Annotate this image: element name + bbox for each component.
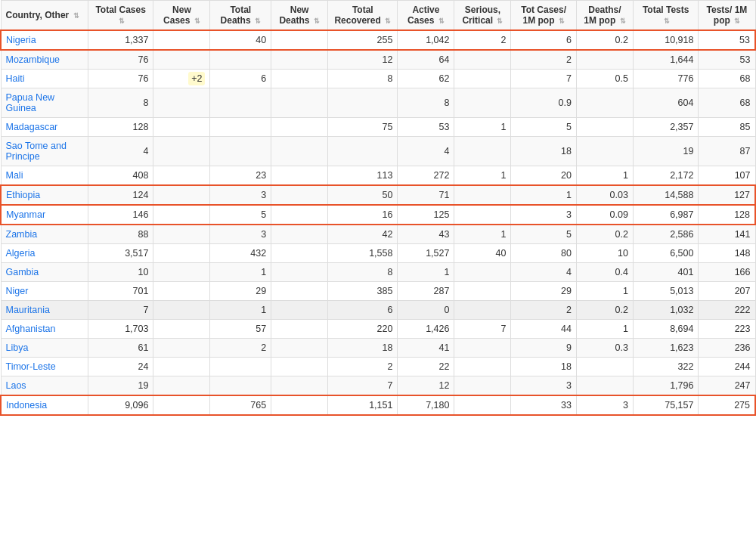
country-cell[interactable]: Niger (1, 282, 88, 301)
col-header-new-cases[interactable]: New Cases ⇅ (153, 1, 210, 31)
tot-1m-cell: 3 (511, 205, 577, 225)
total-recovered-cell: 18 (328, 339, 398, 358)
new-cases-cell (153, 50, 210, 70)
col-header-total-deaths[interactable]: Total Deaths ⇅ (210, 1, 271, 31)
total-tests-cell: 401 (633, 263, 699, 282)
total-cases-cell: 76 (88, 70, 153, 88)
country-cell[interactable]: Mauritania (1, 301, 88, 320)
new-deaths-cell (271, 376, 328, 396)
col-header-active-cases[interactable]: Active Cases ⇅ (398, 1, 454, 31)
table-row: Zambia8834243150.22,586141 (1, 225, 755, 244)
total-cases-cell: 3,517 (88, 244, 153, 263)
total-cases-cell: 19 (88, 376, 153, 396)
new-deaths-cell (271, 339, 328, 358)
tests-1m-cell: 53 (699, 30, 755, 50)
new-deaths-cell (271, 358, 328, 376)
sort-icon-serious: ⇅ (497, 17, 503, 25)
country-link[interactable]: Zambia (6, 229, 38, 240)
country-link[interactable]: Madagascar (6, 122, 58, 132)
total-tests-cell: 5,013 (633, 282, 699, 301)
country-link[interactable]: Gambia (6, 267, 39, 277)
country-cell[interactable]: Laos (1, 376, 88, 396)
tests-1m-cell: 244 (699, 358, 755, 376)
new-cases-cell (153, 301, 210, 320)
country-cell[interactable]: Indonesia (1, 395, 88, 415)
country-cell[interactable]: Libya (1, 339, 88, 358)
total-recovered-cell (328, 137, 398, 166)
tests-1m-cell: 128 (699, 205, 755, 225)
country-link[interactable]: Papua New Guinea (6, 92, 55, 113)
country-link[interactable]: Haiti (6, 73, 25, 84)
col-header-tot-1m[interactable]: Tot Cases/ 1M pop ⇅ (511, 1, 577, 31)
col-header-country[interactable]: Country, Other ⇅ (1, 1, 88, 31)
country-cell[interactable]: Madagascar (1, 118, 88, 137)
country-link[interactable]: Sao Tome and Principe (6, 141, 67, 162)
country-link[interactable]: Nigeria (6, 35, 36, 45)
sort-icon-new-cases: ⇅ (194, 17, 200, 25)
deaths-1m-cell (576, 88, 633, 118)
serious-cell: 40 (454, 244, 511, 263)
table-row: Timor-Leste2422218322244 (1, 358, 755, 376)
tot-1m-cell: 18 (511, 358, 577, 376)
table-row: Mali4082311327212012,172107 (1, 166, 755, 186)
tot-1m-cell: 0.9 (511, 88, 577, 118)
country-link[interactable]: Mali (6, 170, 23, 181)
country-cell[interactable]: Ethiopia (1, 185, 88, 205)
new-cases-cell (153, 205, 210, 225)
country-link[interactable]: Mozambique (6, 54, 60, 65)
country-link[interactable]: Indonesia (6, 400, 47, 411)
country-link[interactable]: Ethiopia (6, 190, 40, 200)
new-deaths-cell (271, 70, 328, 88)
country-cell[interactable]: Papua New Guinea (1, 88, 88, 118)
table-row: Sao Tome and Principe44181987 (1, 137, 755, 166)
country-link[interactable]: Myanmar (6, 209, 45, 220)
table-row: Mauritania716020.21,032222 (1, 301, 755, 320)
country-cell[interactable]: Myanmar (1, 205, 88, 225)
tot-1m-cell: 2 (511, 50, 577, 70)
col-header-total-recovered[interactable]: Total Recovered ⇅ (328, 1, 398, 31)
country-link[interactable]: Afghanistan (6, 324, 56, 334)
serious-cell (454, 88, 511, 118)
total-tests-cell: 604 (633, 88, 699, 118)
total-deaths-cell (210, 376, 271, 396)
col-header-total-cases[interactable]: Total Cases ⇅ (88, 1, 153, 31)
active-cases-cell: 287 (398, 282, 454, 301)
country-cell[interactable]: Mali (1, 166, 88, 186)
sort-icon-country: ⇅ (73, 12, 79, 20)
country-cell[interactable]: Gambia (1, 263, 88, 282)
active-cases-cell: 71 (398, 185, 454, 205)
total-cases-cell: 7 (88, 301, 153, 320)
country-link[interactable]: Laos (6, 380, 26, 391)
new-cases-badge: +2 (188, 72, 205, 85)
country-cell[interactable]: Algeria (1, 244, 88, 263)
tot-1m-cell: 5 (511, 225, 577, 244)
tot-1m-cell: 80 (511, 244, 577, 263)
country-cell[interactable]: Afghanistan (1, 320, 88, 339)
col-header-serious[interactable]: Serious, Critical ⇅ (454, 1, 511, 31)
country-cell[interactable]: Sao Tome and Principe (1, 137, 88, 166)
country-cell[interactable]: Haiti (1, 70, 88, 88)
deaths-1m-cell: 0.09 (576, 205, 633, 225)
total-tests-cell: 6,987 (633, 205, 699, 225)
col-header-total-tests[interactable]: Total Tests ⇅ (633, 1, 699, 31)
total-tests-cell: 2,357 (633, 118, 699, 137)
col-header-tests-1m[interactable]: Tests/ 1M pop ⇅ (699, 1, 755, 31)
country-cell[interactable]: Timor-Leste (1, 358, 88, 376)
table-row: Myanmar14651612530.096,987128 (1, 205, 755, 225)
tot-1m-cell: 2 (511, 301, 577, 320)
serious-cell: 7 (454, 320, 511, 339)
total-cases-cell: 128 (88, 118, 153, 137)
total-recovered-cell: 7 (328, 376, 398, 396)
country-cell[interactable]: Nigeria (1, 30, 88, 50)
country-cell[interactable]: Mozambique (1, 50, 88, 70)
col-header-new-deaths[interactable]: New Deaths ⇅ (271, 1, 328, 31)
country-link[interactable]: Niger (6, 286, 29, 296)
serious-cell (454, 376, 511, 396)
col-header-deaths-1m[interactable]: Deaths/ 1M pop ⇅ (576, 1, 633, 31)
country-cell[interactable]: Zambia (1, 225, 88, 244)
country-link[interactable]: Libya (6, 342, 29, 353)
country-link[interactable]: Algeria (6, 248, 36, 259)
country-link[interactable]: Mauritania (6, 305, 50, 315)
serious-cell (454, 50, 511, 70)
country-link[interactable]: Timor-Leste (6, 361, 56, 372)
